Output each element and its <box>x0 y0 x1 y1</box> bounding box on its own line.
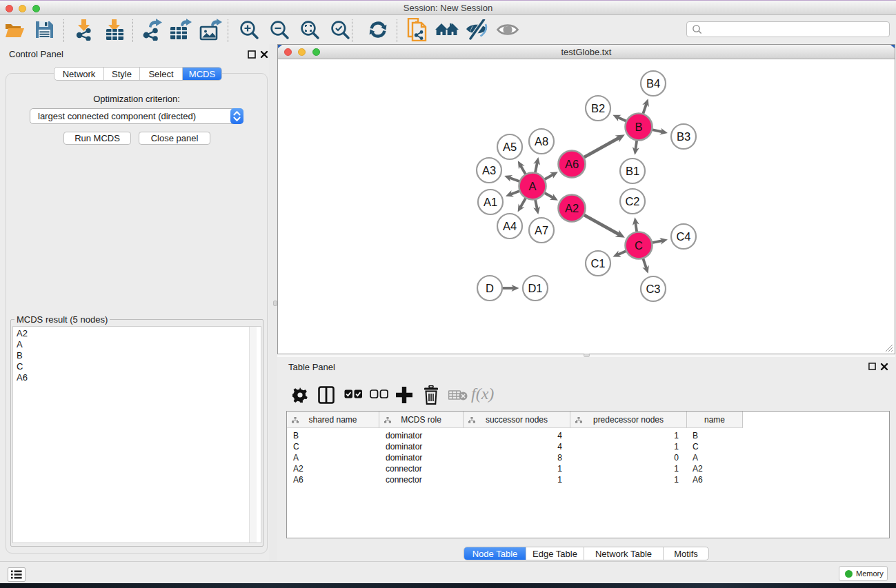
svg-text:A5: A5 <box>503 141 517 153</box>
svg-text:D: D <box>486 282 494 294</box>
svg-text:A: A <box>528 180 536 192</box>
svg-text:B2: B2 <box>591 102 605 114</box>
svg-text:C4: C4 <box>676 230 690 243</box>
svg-text:C3: C3 <box>646 283 660 295</box>
svg-text:A7: A7 <box>535 224 548 236</box>
svg-text:B4: B4 <box>646 77 660 90</box>
svg-text:A2: A2 <box>565 202 579 214</box>
svg-text:B3: B3 <box>677 130 690 143</box>
svg-text:A8: A8 <box>535 135 548 148</box>
svg-text:D1: D1 <box>528 282 542 294</box>
svg-text:A4: A4 <box>503 220 517 232</box>
svg-text:A3: A3 <box>482 164 496 176</box>
svg-text:B: B <box>635 121 642 133</box>
svg-text:C: C <box>635 239 643 252</box>
svg-text:A1: A1 <box>484 196 497 208</box>
svg-text:C2: C2 <box>625 195 639 207</box>
svg-text:A6: A6 <box>565 158 579 170</box>
svg-text:B1: B1 <box>626 165 639 177</box>
svg-text:C1: C1 <box>590 257 605 270</box>
